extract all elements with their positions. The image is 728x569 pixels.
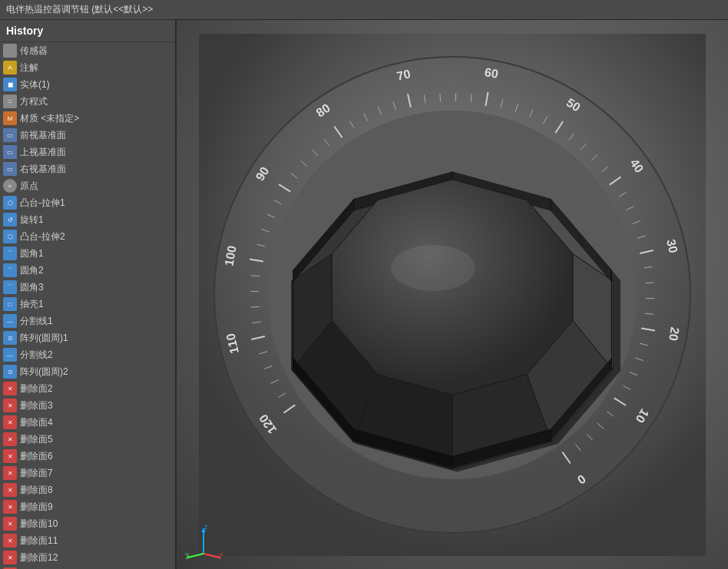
label-solid1: 实体(1) <box>20 78 50 91</box>
sidebar-item-sensor[interactable]: 传感器 <box>0 42 175 59</box>
label-delete-face12: 删除面12 <box>20 551 58 564</box>
label-delete-face7: 删除面7 <box>20 467 53 480</box>
sidebar-item-splitline2[interactable]: —分割线2 <box>0 346 175 363</box>
icon-delete-face3: ✕ <box>3 399 17 412</box>
label-delete-face2: 删除面2 <box>20 382 53 395</box>
sidebar-item-fillet2[interactable]: ⌒圆角2 <box>0 262 175 279</box>
label-equation: 方程式 <box>20 95 48 108</box>
minor-tick <box>440 93 441 101</box>
icon-pattern-circular2: ⊙ <box>3 365 17 379</box>
sidebar-items-container: 传感器A注解◼实体(1)=方程式M材质 <未指定>▭前视基准面▭上视基准面▭右视… <box>0 42 175 569</box>
svg-text:X: X <box>220 552 223 557</box>
label-annotation: 注解 <box>20 61 38 74</box>
sidebar-item-material[interactable]: M材质 <未指定> <box>0 110 175 127</box>
sidebar-item-pattern-circular1[interactable]: ⊙阵列(圆周)1 <box>0 329 175 346</box>
sidebar-item-fillet3[interactable]: ⌒圆角3 <box>0 279 175 296</box>
label-pattern-circular1: 阵列(圆周)1 <box>20 332 68 345</box>
dial-label-20: 20 <box>667 326 682 342</box>
sidebar-item-delete-face10[interactable]: ✕删除面10 <box>0 515 175 532</box>
icon-fillet2: ⌒ <box>3 263 17 277</box>
sidebar-item-delete-face5[interactable]: ✕删除面5 <box>0 431 175 448</box>
label-boss-extrude2: 凸台-拉伸2 <box>20 230 65 243</box>
title-bar: 电伴热温控器调节钮 (默认<<默认>> <box>0 0 728 20</box>
label-origin: 原点 <box>20 180 38 193</box>
icon-equation: = <box>3 94 17 108</box>
label-pattern-circular2: 阵列(圆周)2 <box>20 366 68 379</box>
label-delete-face10: 删除面10 <box>20 518 58 531</box>
label-delete-face3: 删除面3 <box>20 399 53 412</box>
sidebar-item-solid1[interactable]: ◼实体(1) <box>0 76 175 93</box>
viewport: 0102030405060708090100110120 <box>177 20 728 569</box>
sidebar-item-delete-face7[interactable]: ✕删除面7 <box>0 465 175 481</box>
icon-front-plane: ▭ <box>3 128 17 142</box>
label-right-plane: 右视基准面 <box>20 163 66 176</box>
icon-delete-face11: ✕ <box>3 534 17 547</box>
sidebar-item-delete-face9[interactable]: ✕删除面9 <box>0 498 175 515</box>
icon-delete-face12: ✕ <box>3 551 17 564</box>
svg-line-9 <box>188 554 204 557</box>
icon-revolve1: ↺ <box>3 213 17 227</box>
icon-fillet3: ⌒ <box>3 280 17 294</box>
label-shell1: 抽壳1 <box>20 298 44 311</box>
sidebar-item-annotation[interactable]: A注解 <box>0 59 175 76</box>
icon-delete-face7: ✕ <box>3 466 17 480</box>
label-delete-face4: 删除面4 <box>20 416 53 429</box>
knob-highlight <box>391 245 475 291</box>
history-label: History <box>6 25 43 37</box>
icon-top-plane: ▭ <box>3 145 17 159</box>
label-delete-face8: 删除面8 <box>20 484 53 497</box>
icon-pattern-circular1: ⊙ <box>3 331 17 345</box>
icon-splitline1: — <box>3 314 17 328</box>
icon-origin: + <box>3 179 17 193</box>
sidebar-item-origin[interactable]: +原点 <box>0 177 175 194</box>
sidebar-item-right-plane[interactable]: ▭右视基准面 <box>0 160 175 177</box>
sidebar-item-equation[interactable]: =方程式 <box>0 93 175 110</box>
sidebar-item-pattern-circular2[interactable]: ⊙阵列(圆周)2 <box>0 363 175 380</box>
sidebar-item-delete-face4[interactable]: ✕删除面4 <box>0 414 175 431</box>
sidebar-item-revolve1[interactable]: ↺旋转1 <box>0 211 175 228</box>
label-material: 材质 <未指定> <box>20 112 79 125</box>
icon-material: M <box>3 111 17 125</box>
sidebar-item-delete-face2[interactable]: ✕删除面2 <box>0 380 175 397</box>
label-delete-face6: 删除面6 <box>20 450 53 463</box>
sidebar-item-delete-face3[interactable]: ✕删除面3 <box>0 397 175 414</box>
label-splitline2: 分割线2 <box>20 349 53 362</box>
sidebar-item-boss-extrude2[interactable]: ⬡凸台-拉伸2 <box>0 228 175 245</box>
icon-sensor <box>3 44 17 58</box>
svg-line-8 <box>204 554 219 557</box>
icon-delete-face2: ✕ <box>3 382 17 395</box>
label-boss-extrude1: 凸台-拉伸1 <box>20 197 65 210</box>
minor-tick <box>646 282 654 283</box>
icon-delete-face8: ✕ <box>3 483 17 497</box>
sidebar-item-front-plane[interactable]: ▭前视基准面 <box>0 127 175 144</box>
icon-delete-face10: ✕ <box>3 517 17 531</box>
label-delete-face5: 删除面5 <box>20 433 53 446</box>
label-front-plane: 前视基准面 <box>20 129 66 142</box>
label-delete-face9: 删除面9 <box>20 501 53 514</box>
label-sensor: 传感器 <box>20 45 48 58</box>
icon-boss-extrude2: ⬡ <box>3 230 17 243</box>
label-fillet3: 圆角3 <box>20 281 44 294</box>
icon-right-plane: ▭ <box>3 162 17 176</box>
label-fillet1: 圆角1 <box>20 247 44 260</box>
sidebar-item-delete-face12[interactable]: ✕删除面12 <box>0 549 175 566</box>
sidebar[interactable]: History 传感器A注解◼实体(1)=方程式M材质 <未指定>▭前视基准面▭… <box>0 20 177 569</box>
svg-text:Z: Z <box>204 524 208 530</box>
sidebar-history-header: History <box>0 20 175 42</box>
icon-delete-face9: ✕ <box>3 500 17 514</box>
sidebar-item-boss-extrude1[interactable]: ⬡凸台-拉伸1 <box>0 194 175 211</box>
sidebar-item-delete-face13[interactable]: ✕删除面13 <box>0 566 175 569</box>
sidebar-item-top-plane[interactable]: ▭上视基准面 <box>0 144 175 160</box>
sidebar-item-shell1[interactable]: □抽壳1 <box>0 296 175 313</box>
main-area: History 传感器A注解◼实体(1)=方程式M材质 <未指定>▭前视基准面▭… <box>0 20 728 569</box>
sidebar-item-delete-face8[interactable]: ✕删除面8 <box>0 481 175 498</box>
label-fillet2: 圆角2 <box>20 264 44 277</box>
sidebar-item-splitline1[interactable]: —分割线1 <box>0 313 175 329</box>
sidebar-item-fillet1[interactable]: ⌒圆角1 <box>0 245 175 262</box>
sidebar-item-delete-face11[interactable]: ✕删除面11 <box>0 532 175 549</box>
label-splitline1: 分割线1 <box>20 315 53 328</box>
icon-shell1: □ <box>3 297 17 311</box>
sidebar-item-delete-face6[interactable]: ✕删除面6 <box>0 448 175 465</box>
svg-text:Y: Y <box>185 552 189 557</box>
label-delete-face11: 删除面11 <box>20 534 58 547</box>
